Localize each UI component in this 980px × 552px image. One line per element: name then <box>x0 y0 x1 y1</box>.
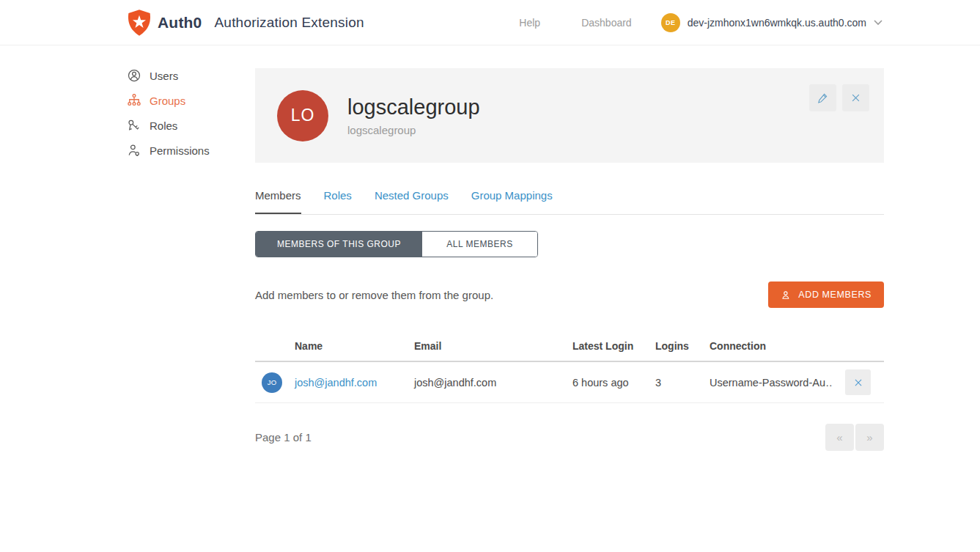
next-page-button[interactable]: » <box>855 424 884 451</box>
all-members-toggle[interactable]: ALL MEMBERS <box>422 232 537 257</box>
column-header-latest-login: Latest Login <box>572 340 655 352</box>
column-header-name: Name <box>295 340 414 352</box>
page-indicator: Page 1 of 1 <box>255 431 312 444</box>
close-icon <box>850 92 861 103</box>
close-icon <box>853 378 863 388</box>
nav-dashboard-link[interactable]: Dashboard <box>581 17 632 29</box>
chevron-down-icon[interactable] <box>874 20 883 26</box>
member-avatar: JO <box>262 372 282 393</box>
previous-page-button[interactable]: « <box>825 424 854 451</box>
remove-member-button[interactable] <box>845 369 871 395</box>
add-members-label: ADD MEMBERS <box>798 290 872 300</box>
sidebar-item-label: Users <box>150 70 178 82</box>
top-nav: Help Dashboard DE dev-jzmhonx1wn6wmkqk.u… <box>519 13 883 32</box>
sidebar-item-roles[interactable]: Roles <box>127 113 255 138</box>
sidebar-item-permissions[interactable]: Permissions <box>127 138 255 163</box>
page-body: Users Groups Roles <box>0 45 980 451</box>
sidebar-item-label: Roles <box>150 119 177 132</box>
member-name-cell: josh@jandhf.com <box>295 377 414 389</box>
sidebar-item-groups[interactable]: Groups <box>127 88 255 113</box>
group-avatar: LO <box>277 90 328 141</box>
sidebar-item-users[interactable]: Users <box>127 63 255 88</box>
group-header-panel: LO logscalegroup logscalegroup <box>255 68 884 163</box>
tenant-domain: dev-jzmhonx1wn6wmkqk.us.auth0.com <box>688 17 866 29</box>
tenant-avatar: DE <box>661 13 680 32</box>
auth0-wordmark: Auth0 <box>158 14 202 32</box>
group-tabs: Members Roles Nested Groups Group Mappin… <box>255 189 884 215</box>
members-description: Add members to or remove them from the g… <box>255 289 493 301</box>
table-row: JO josh@jandhf.com josh@jandhf.com 6 hou… <box>255 362 884 403</box>
tenant-menu[interactable]: DE dev-jzmhonx1wn6wmkqk.us.auth0.com <box>661 13 883 32</box>
column-header-logins: Logins <box>655 340 710 352</box>
main-content: LO logscalegroup logscalegroup <box>255 68 884 451</box>
group-info: logscalegroup logscalegroup <box>347 95 480 136</box>
member-connection-cell: Username-Password-Au… <box>710 377 832 389</box>
tab-group-mappings[interactable]: Group Mappings <box>471 189 553 214</box>
members-header: Add members to or remove them from the g… <box>255 281 884 308</box>
group-description: logscalegroup <box>347 124 480 136</box>
member-email-cell: josh@jandhf.com <box>414 377 572 389</box>
sidebar-item-label: Permissions <box>150 144 210 157</box>
member-name-link[interactable]: josh@jandhf.com <box>295 377 377 389</box>
group-name: logscalegroup <box>347 95 480 119</box>
edit-group-button[interactable] <box>809 84 836 111</box>
auth0-brand[interactable]: Auth0 <box>127 10 202 36</box>
pagination-controls: « » <box>825 424 884 451</box>
keys-icon <box>127 118 141 133</box>
app-title: Authorization Extension <box>215 15 364 31</box>
group-actions <box>809 84 869 111</box>
user-gear-icon <box>127 143 141 158</box>
top-bar: Auth0 Authorization Extension Help Dashb… <box>0 0 980 45</box>
members-of-group-toggle[interactable]: MEMBERS OF THIS GROUP <box>256 232 422 257</box>
sidebar: Users Groups Roles <box>127 45 255 451</box>
add-members-button[interactable]: ADD MEMBERS <box>768 281 884 308</box>
tab-roles[interactable]: Roles <box>324 189 352 214</box>
hierarchy-icon <box>127 93 141 108</box>
member-latest-login-cell: 6 hours ago <box>572 377 655 389</box>
member-avatar-cell: JO <box>255 372 295 393</box>
add-user-icon <box>781 290 792 301</box>
column-header-email: Email <box>414 340 572 352</box>
member-logins-cell: 3 <box>655 377 710 389</box>
column-header-connection: Connection <box>710 340 832 352</box>
auth0-shield-icon <box>127 10 152 36</box>
nav-help-link[interactable]: Help <box>519 17 540 29</box>
members-table: Name Email Latest Login Logins Connectio… <box>255 331 884 403</box>
close-group-button[interactable] <box>842 84 869 111</box>
table-header-row: Name Email Latest Login Logins Connectio… <box>255 331 884 362</box>
member-filter-toggle: MEMBERS OF THIS GROUP ALL MEMBERS <box>255 231 538 257</box>
sidebar-item-label: Groups <box>150 95 185 107</box>
tab-nested-groups[interactable]: Nested Groups <box>375 189 449 214</box>
user-circle-icon <box>127 68 141 83</box>
tab-members[interactable]: Members <box>255 189 301 214</box>
table-footer: Page 1 of 1 « » <box>255 424 884 451</box>
pencil-icon <box>817 92 829 104</box>
member-action-cell <box>832 369 884 395</box>
